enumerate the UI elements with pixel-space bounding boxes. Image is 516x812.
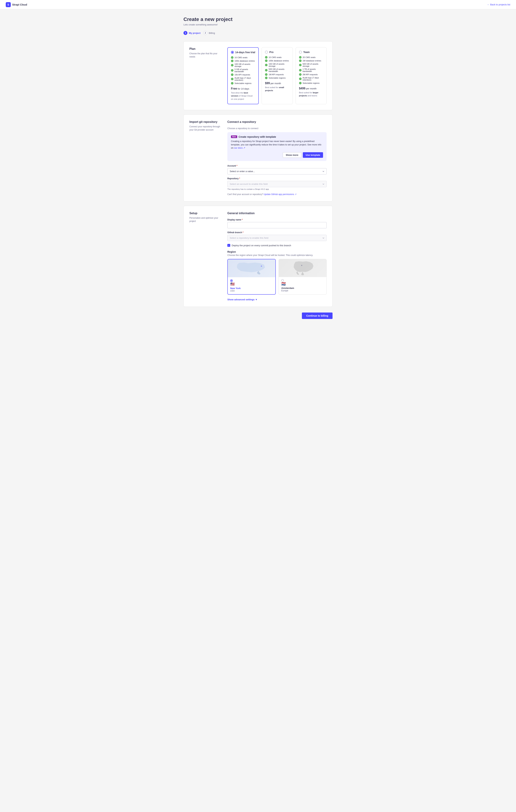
check-icon: ✓ bbox=[299, 69, 302, 71]
check-icon: ✓ bbox=[299, 64, 302, 66]
plan-team-feature-2: ✓ 1M database entries bbox=[299, 59, 323, 62]
account-label: Account * bbox=[227, 165, 326, 167]
region-new-york-radio bbox=[230, 280, 233, 282]
plan-trial-feature-6: ✓ Audit logs (7 days retention) bbox=[231, 77, 255, 81]
plan-team-feature-7: ✓ Selectable regions bbox=[299, 82, 323, 84]
region-eu-name: Amsterdam bbox=[281, 287, 324, 289]
plan-section: Plan Choose the plan that fits your need… bbox=[183, 41, 333, 110]
github-branch-label: Github branch * bbox=[227, 231, 326, 234]
display-name-group: Display name * bbox=[227, 219, 326, 228]
region-eu-map bbox=[279, 259, 326, 277]
check-icon: ✓ bbox=[231, 69, 233, 71]
setup-sidebar-desc: Personalize and optimize your project bbox=[190, 216, 222, 223]
plan-trial-feature-1: ✓ 10 CMS seats bbox=[231, 56, 255, 59]
account-form-group: Account * Select or enter a value... bbox=[227, 165, 326, 174]
steps-indicator: 1 My project 2 Billing bbox=[183, 31, 333, 35]
update-github-link[interactable]: Update GitHub app permissions ↗ bbox=[263, 193, 296, 196]
logo-text: Strapi Cloud bbox=[12, 3, 27, 6]
check-icon: ✓ bbox=[231, 74, 233, 76]
check-icon: ✓ bbox=[299, 59, 302, 62]
region-amsterdam-radio bbox=[281, 279, 284, 282]
template-actions: Show more Use template bbox=[231, 152, 323, 158]
plan-team-note: Best suited for larger projects and team… bbox=[299, 91, 323, 97]
general-info-title: General information bbox=[227, 212, 326, 215]
use-template-button[interactable]: Use template bbox=[303, 152, 323, 158]
cant-find-text: Can't find your account or repository? U… bbox=[227, 193, 326, 196]
git-sidebar: Import git repository Connect your repos… bbox=[190, 120, 222, 196]
repository-select[interactable]: Select an account to enable this field bbox=[227, 181, 326, 187]
check-icon: ✓ bbox=[265, 73, 267, 76]
check-icon: ✓ bbox=[265, 56, 267, 59]
git-content: Connect a repository Choose a repository… bbox=[227, 120, 326, 196]
plan-trial-note: Test drive the best version of Strapi Cl… bbox=[231, 91, 255, 100]
region-title: Region bbox=[227, 250, 326, 253]
region-usa-map bbox=[228, 259, 276, 277]
connect-repo-title: Connect a repository bbox=[227, 120, 326, 123]
plan-trial-price: Free for 14 days bbox=[231, 87, 255, 90]
region-new-york-info: 🇺🇸 New York USA bbox=[228, 277, 276, 294]
plan-team-feature-4: ✓ 1 TB of assets bandwidth bbox=[299, 68, 323, 72]
repository-form-group: Repository * Select an account to enable… bbox=[227, 177, 326, 190]
check-icon: ✓ bbox=[231, 64, 233, 66]
new-badge: New bbox=[231, 136, 237, 138]
check-icon: ✓ bbox=[231, 56, 233, 59]
advanced-settings-toggle[interactable]: Show advanced settings ▾ bbox=[227, 298, 257, 301]
plan-trial-header: 14-days free trial bbox=[231, 51, 255, 54]
plan-pro-feature-1: ✓ 10 CMS seats bbox=[265, 56, 289, 59]
app-header: S Strapi Cloud Back to projects list bbox=[0, 0, 516, 9]
plan-sidebar-title: Plan bbox=[190, 47, 222, 51]
template-desc: Creating a repository for Strapi project… bbox=[231, 140, 323, 150]
plan-team-radio bbox=[299, 51, 302, 54]
logo-container: S Strapi Cloud bbox=[6, 2, 27, 7]
plan-pro[interactable]: Pro ✓ 10 CMS seats ✓ 100k database entri… bbox=[262, 47, 293, 104]
plan-trial-feature-7: ✓ Selectable regions bbox=[231, 82, 255, 85]
logo-icon: S bbox=[6, 2, 11, 7]
region-amsterdam-info: 🇳🇱 Amsterdam Europe bbox=[279, 277, 326, 294]
plan-pro-radio bbox=[265, 51, 268, 54]
continue-to-billing-button[interactable]: Continue to billing bbox=[302, 313, 333, 319]
plan-trial-feature-5: ✓ 10k API requests bbox=[231, 74, 255, 76]
setup-sidebar: Setup Personalize and optimize your proj… bbox=[190, 212, 222, 301]
check-icon: ✓ bbox=[265, 64, 267, 66]
region-eu-location: Europe bbox=[281, 289, 324, 292]
setup-sidebar-title: Setup bbox=[190, 212, 222, 215]
account-select[interactable]: Select or enter a value... bbox=[227, 168, 326, 174]
region-new-york-radio-inner bbox=[231, 280, 232, 281]
plan-team-name: Team bbox=[303, 51, 310, 54]
region-usa-location: USA bbox=[230, 290, 273, 292]
plan-pro-note: Best suited for small projects bbox=[265, 86, 289, 92]
check-icon: ✓ bbox=[231, 82, 233, 85]
plan-pro-header: Pro bbox=[265, 51, 289, 54]
plan-sidebar: Plan Choose the plan that fits your need… bbox=[190, 47, 222, 104]
docs-link[interactable]: our docs ↗ bbox=[234, 147, 245, 149]
show-more-button[interactable]: Show more bbox=[283, 152, 302, 158]
plan-team-feature-6: ✓ Audit logs (7 days retention) bbox=[299, 77, 323, 81]
page-subtitle: Lets create something awesome! bbox=[183, 23, 333, 26]
plan-pro-name: Pro bbox=[269, 51, 274, 54]
check-icon: ✓ bbox=[299, 78, 302, 80]
back-to-projects-link[interactable]: Back to projects list bbox=[487, 3, 510, 6]
setup-content: General information Display name * Githu… bbox=[227, 212, 326, 301]
display-name-input[interactable] bbox=[227, 222, 326, 228]
setup-section: Setup Personalize and optimize your proj… bbox=[183, 206, 333, 307]
deploy-checkbox[interactable]: ✓ bbox=[227, 244, 230, 247]
region-eu-flag: 🇳🇱 bbox=[281, 282, 324, 286]
plan-options: 14-days free trial ✓ 10 CMS seats ✓ 100k… bbox=[227, 47, 326, 104]
svg-point-0 bbox=[261, 266, 262, 267]
plan-pro-feature-5: ✓ 1M API requests bbox=[265, 73, 289, 76]
plan-team[interactable]: Team ✓ 20 CMS seats ✓ 1M database entrie… bbox=[296, 47, 326, 104]
git-sidebar-title: Import git repository bbox=[190, 120, 222, 123]
plan-trial[interactable]: 14-days free trial ✓ 10 CMS seats ✓ 100k… bbox=[227, 47, 259, 104]
region-new-york[interactable]: 🇺🇸 New York USA bbox=[227, 259, 276, 295]
plan-team-price: $499 per month bbox=[299, 87, 323, 90]
github-branch-select[interactable]: Select a repository to enable this field bbox=[227, 235, 326, 241]
template-title: Create repository with template bbox=[239, 136, 276, 138]
deploy-checkbox-row: ✓ Deploy the project on every commit pus… bbox=[227, 244, 326, 247]
git-sidebar-desc: Connect your repository through your Git… bbox=[190, 125, 222, 132]
plan-trial-radio bbox=[231, 51, 234, 54]
plan-trial-radio-inner bbox=[232, 52, 233, 53]
plan-team-feature-1: ✓ 20 CMS seats bbox=[299, 56, 323, 59]
region-amsterdam[interactable]: 🇳🇱 Amsterdam Europe bbox=[279, 259, 326, 295]
plan-team-feature-3: ✓ 500 GB of assets storage bbox=[299, 63, 323, 67]
advanced-settings: Show advanced settings ▾ bbox=[227, 298, 326, 301]
